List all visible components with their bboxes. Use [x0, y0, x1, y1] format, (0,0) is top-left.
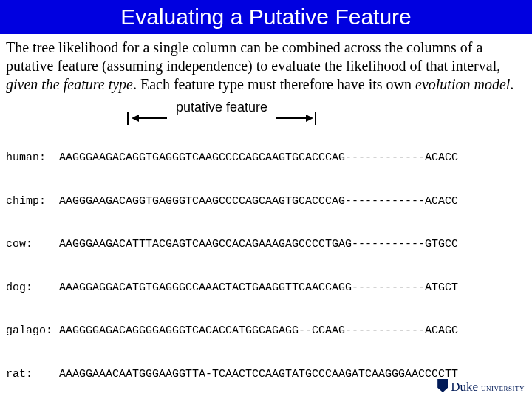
msa-row: dog:AAAGGAGGACATGTGAGGGCCAAACTACTGAAGGTT… [6, 281, 526, 296]
para1-t3: . Each feature type must therefore have … [133, 76, 415, 92]
species-label: chimp: [6, 194, 59, 209]
intro-paragraph: The tree likelihood for a single column … [0, 34, 532, 97]
sequence: AAGGGAAGACAGGTGAGGGTCAAGCCCCAGCAAGTGCACC… [59, 194, 458, 209]
feature-region: putative feature human:AAGGGAAGACAGGTGAG… [0, 100, 532, 399]
sequence: AAAGGAGGACATGTGAGGGCCAAACTACTGAAGGTTCAAC… [59, 281, 458, 296]
feature-bracket-right-tick [315, 112, 316, 125]
para1-t1: The tree likelihood for a single column … [6, 39, 500, 74]
sequence: AAGGGAAGACAGGTGAGGGTCAAGCCCCAGCAAGTGCACC… [59, 151, 458, 166]
shield-icon [437, 379, 448, 392]
duke-logo: Duke UNIVERSITY [437, 378, 525, 395]
alignment-block: human:AAGGGAAGACAGGTGAGGGTCAAGCCCCAGCAAG… [0, 120, 532, 399]
msa-row: human:AAGGGAAGACAGGTGAGGGTCAAGCCCCAGCAAG… [6, 151, 526, 166]
para1-t4: evolution model [415, 76, 510, 92]
species-label: galago: [6, 324, 59, 338]
feature-label: putative feature [176, 100, 267, 115]
species-label: dog: [6, 281, 59, 296]
feature-indicator: putative feature [0, 100, 532, 119]
para1-t5: . [510, 76, 514, 92]
feature-line-left [137, 117, 167, 119]
para1-t2: given the feature type [6, 76, 133, 92]
logo-university: UNIVERSITY [481, 385, 525, 392]
slide-title: Evaluating a Putative Feature [120, 4, 412, 29]
species-label: human: [6, 151, 59, 166]
msa-row: galago:AAGGGGAGACAGGGGAGGGTCACACCATGGCAG… [6, 324, 526, 338]
slide-title-bar: Evaluating a Putative Feature [0, 0, 532, 34]
species-label: rat: [6, 367, 59, 382]
sequence: AAAGGAAACAATGGGAAGGTTA-TCAACTCCAAGTATGCC… [59, 367, 458, 382]
species-label: cow: [6, 237, 59, 252]
sequence: AAGGGAAGACATTTACGAGTCAAGCCACAGAAAGAGCCCC… [59, 237, 458, 252]
feature-line-right [276, 117, 307, 119]
sequence: AAGGGGAGACAGGGGAGGGTCACACCATGGCAGAGG--CC… [59, 324, 458, 338]
feature-bracket-left-tick [127, 112, 129, 125]
logo-name: Duke [451, 380, 478, 395]
msa-row: cow:AAGGGAAGACATTTACGAGTCAAGCCACAGAAAGAG… [6, 237, 526, 252]
feature-arrow-right-icon [306, 115, 313, 122]
msa-row: chimp:AAGGGAAGACAGGTGAGGGTCAAGCCCCAGCAAG… [6, 194, 526, 209]
